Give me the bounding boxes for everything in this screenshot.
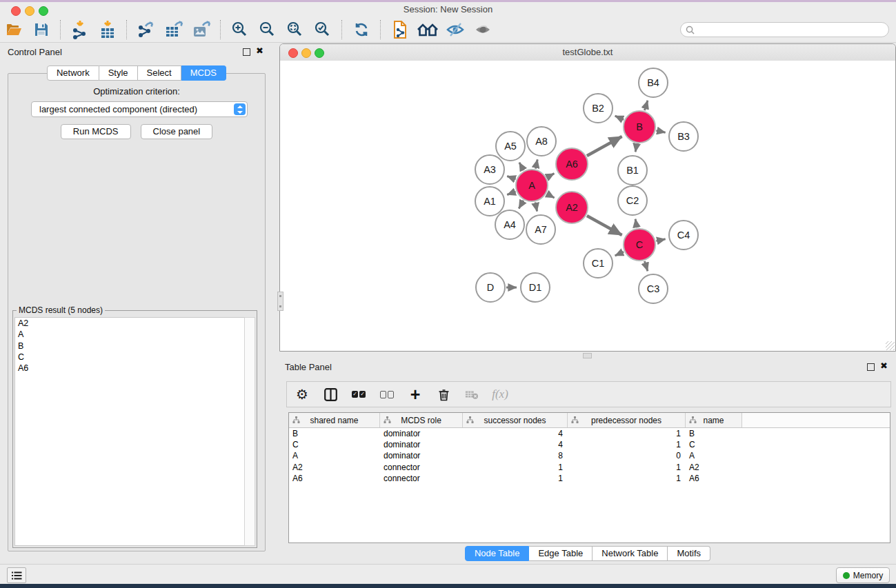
export-image-icon[interactable]	[191, 19, 212, 40]
table-cell-mcds_role[interactable]: dominator	[380, 450, 463, 461]
graph-node-C2[interactable]: C2	[618, 186, 647, 215]
delete-table-icon[interactable]	[465, 387, 479, 402]
mcds-result-list[interactable]: A2ABCA6	[14, 317, 246, 546]
graph-edge-A-A1[interactable]	[507, 192, 515, 195]
graph-edge-C-C1[interactable]	[615, 252, 624, 256]
table-cell-name[interactable]: B	[686, 428, 742, 439]
float-table-panel-icon[interactable]	[867, 363, 875, 371]
mcds-result-item[interactable]: A6	[15, 363, 245, 374]
tab-mcds[interactable]: MCDS	[181, 65, 226, 81]
graph-edge-C-C3[interactable]	[644, 261, 647, 271]
table-cell-shared_name[interactable]: A6	[289, 473, 380, 484]
zoom-fit-icon[interactable]	[285, 19, 306, 40]
graph-node-A4[interactable]: A4	[495, 210, 524, 239]
table-cell-name[interactable]: A2	[686, 462, 742, 473]
table-row[interactable]: Bdominator41B	[289, 428, 890, 439]
network-window-title-bar[interactable]: testGlobe.txt	[280, 44, 895, 61]
delete-columns-icon[interactable]	[437, 387, 450, 402]
column-header-mcds_role[interactable]: MCDS role	[380, 413, 463, 427]
graph-node-A6[interactable]: A6	[556, 148, 588, 180]
window-resize-grip[interactable]	[886, 341, 895, 350]
zoom-selected-icon[interactable]	[312, 19, 333, 40]
result-scrollbar[interactable]	[244, 317, 255, 546]
graph-edge-A-A2[interactable]	[547, 194, 555, 198]
graph-node-D1[interactable]: D1	[521, 273, 550, 302]
graph-node-D[interactable]: D	[476, 273, 505, 302]
graph-node-B2[interactable]: B2	[584, 94, 613, 123]
graph-edge-A-A8[interactable]	[535, 159, 537, 168]
mcds-result-item[interactable]: A	[15, 329, 245, 340]
toolbar-search[interactable]	[680, 22, 889, 37]
graph-edge-A2-C[interactable]	[587, 216, 622, 235]
open-session-icon[interactable]	[3, 19, 24, 40]
network-from-file-icon[interactable]	[390, 19, 410, 40]
table-row[interactable]: A6connector11A6	[289, 473, 890, 484]
table-row[interactable]: Cdominator41C	[289, 439, 890, 450]
close-panel-icon[interactable]: ✖	[256, 46, 263, 56]
graph-node-C1[interactable]: C1	[584, 249, 613, 278]
graph-edge-B-B3[interactable]	[656, 130, 665, 132]
tab-node-table[interactable]: Node Table	[465, 546, 530, 561]
graph-edge-A-A3[interactable]	[507, 176, 515, 180]
graph-node-C3[interactable]: C3	[639, 274, 668, 303]
table-cell-mcds_role[interactable]: dominator	[380, 439, 463, 450]
table-cell-name[interactable]: A	[686, 450, 742, 461]
graph-edge-A6-B[interactable]	[587, 136, 622, 156]
export-table-icon[interactable]	[163, 19, 184, 40]
table-cell-predecessor_nodes[interactable]: 0	[568, 450, 686, 461]
graph-edge-B-B2[interactable]	[615, 116, 624, 120]
table-cell-predecessor_nodes[interactable]: 1	[568, 462, 686, 473]
column-visibility-icon[interactable]	[323, 387, 337, 402]
tab-motifs[interactable]: Motifs	[668, 546, 710, 561]
mcds-result-item[interactable]: A2	[15, 318, 245, 329]
add-column-icon[interactable]: +	[408, 387, 422, 402]
tab-style[interactable]: Style	[99, 65, 138, 81]
splitter-handle-bottom[interactable]	[583, 353, 592, 358]
table-cell-name[interactable]: C	[686, 439, 742, 450]
column-header-predecessor_nodes[interactable]: predecessor nodes	[568, 413, 686, 427]
table-cell-mcds_role[interactable]: connector	[380, 473, 463, 484]
table-cell-shared_name[interactable]: B	[289, 428, 380, 439]
table-cell-shared_name[interactable]: A	[289, 450, 380, 461]
run-mcds-button[interactable]: Run MCDS	[61, 124, 131, 139]
table-options-icon[interactable]: ⚙	[295, 387, 309, 402]
import-table-icon[interactable]	[97, 19, 118, 40]
table-row[interactable]: Adominator80A	[289, 450, 890, 461]
search-input[interactable]	[697, 24, 888, 35]
graph-node-A1[interactable]: A1	[475, 187, 504, 216]
tab-select[interactable]: Select	[138, 65, 181, 81]
table-cell-predecessor_nodes[interactable]: 1	[568, 428, 686, 439]
table-cell-mcds_role[interactable]: connector	[380, 462, 463, 473]
export-network-icon[interactable]	[136, 19, 157, 40]
graph-node-C[interactable]: C	[624, 229, 655, 261]
home-icon[interactable]	[417, 19, 438, 40]
graph-edge-B-B4[interactable]	[644, 101, 647, 110]
table-row[interactable]: A2connector11A2	[289, 462, 890, 473]
graph-node-B4[interactable]: B4	[639, 68, 668, 97]
table-cell-shared_name[interactable]: C	[289, 439, 380, 450]
show-graphics-details-icon[interactable]	[472, 19, 493, 40]
network-canvas[interactable]: B4B2BB3A8A5A6A3B1AA1C2A2A4A7C4CC1C3DD1	[280, 61, 895, 351]
task-history-button[interactable]	[7, 567, 26, 583]
column-header-name[interactable]: name	[686, 413, 742, 427]
zoom-in-icon[interactable]	[230, 19, 250, 40]
graph-node-A7[interactable]: A7	[526, 215, 555, 244]
graph-edge-C-C2[interactable]	[635, 219, 637, 228]
table-cell-successor_nodes[interactable]: 1	[463, 473, 568, 484]
table-cell-successor_nodes[interactable]: 8	[463, 450, 568, 461]
tab-network[interactable]: Network	[47, 65, 99, 81]
graph-edge-C-C4[interactable]	[656, 239, 665, 241]
graph-edge-A-A7[interactable]	[535, 202, 537, 211]
graph-node-A3[interactable]: A3	[475, 155, 504, 184]
graph-edge-A-A4[interactable]	[519, 201, 524, 209]
table-cell-name[interactable]: A6	[686, 473, 742, 484]
graph-node-C4[interactable]: C4	[669, 221, 698, 250]
graph-node-A8[interactable]: A8	[527, 127, 556, 156]
graph-node-A5[interactable]: A5	[496, 132, 525, 161]
close-table-panel-icon[interactable]: ✖	[880, 361, 888, 371]
select-all-icon[interactable]: ✓✓	[352, 387, 366, 402]
import-network-icon[interactable]	[70, 19, 90, 40]
splitter-handle-left[interactable]	[277, 292, 283, 311]
column-header-successor_nodes[interactable]: successor nodes	[463, 413, 568, 427]
graph-node-A2[interactable]: A2	[556, 192, 588, 223]
